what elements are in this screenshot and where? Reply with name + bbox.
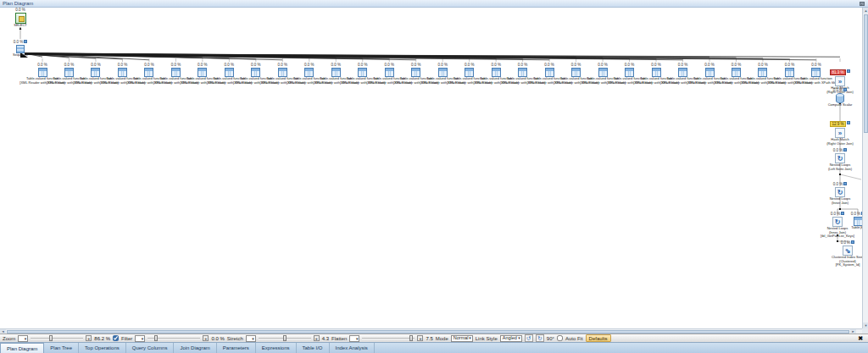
cost-label: 12.9 % — [830, 121, 845, 127]
diagram-toolbar: Zoom ▾ + 86.2 % Filter ▾ + 0.0 % Stretch… — [0, 334, 868, 342]
mode-value: Normal — [453, 335, 469, 341]
node-table-scan[interactable]: 0.0 %Table Sc — [832, 212, 862, 230]
node-select[interactable]: 0.0 %SELECT — [0, 8, 46, 28]
zoom-value: 86.2 % — [94, 336, 110, 341]
tab-parameters[interactable]: Parameters — [217, 343, 256, 353]
node-sequence[interactable]: 0.0 %Sequence — [0, 40, 46, 58]
node-hash-match-2[interactable]: 12.9 %»Hash Match(Right Outer Join) — [815, 121, 862, 146]
operator-label: Table Sc — [832, 226, 862, 230]
tab-table-i-o[interactable]: Table I/O — [297, 343, 330, 353]
pane-title: Plan Diagram — [0, 0, 33, 7]
hash-operator-icon: » — [835, 128, 845, 138]
stretch-label: Stretch — [227, 336, 243, 341]
link-style-label: Link Style — [476, 336, 498, 341]
cost-label: 0.0 % — [833, 182, 843, 186]
flatten-step-button[interactable]: + — [417, 335, 423, 341]
cost-label: 0.0 % — [841, 240, 851, 245]
zoom-step-button[interactable]: + — [86, 335, 92, 341]
flatten-value: 7.5 — [426, 336, 432, 341]
cost-label: 81.3 % — [830, 69, 845, 75]
zoom-slider[interactable] — [31, 335, 83, 342]
seek-operator-icon: ⇘ — [843, 245, 853, 256]
tab-query-columns[interactable]: Query Columns — [126, 343, 175, 353]
operator-label: (Left Semi Join) — [815, 168, 862, 172]
cost-label: 0.0 % — [833, 88, 843, 92]
stretch-step-button[interactable]: + — [314, 335, 320, 341]
tab-top-operations[interactable]: Top Operations — [79, 343, 126, 353]
cost-label: 0.0 % — [15, 8, 25, 12]
tab-join-diagram[interactable]: Join Diagram — [174, 343, 216, 353]
flatten-slider[interactable] — [362, 335, 415, 342]
flatten-label: Flatten — [331, 336, 347, 341]
filter-value: 0.0 % — [211, 336, 224, 341]
operator-label: Compute Scalar — [815, 103, 862, 108]
link-style-value: Angled — [503, 335, 517, 341]
zoom-combo[interactable]: ▾ — [18, 335, 28, 342]
info-badge-icon — [843, 148, 847, 152]
node-compute-scalar[interactable]: 0.0 %Compute Scalar — [815, 88, 862, 108]
stretch-combo[interactable]: ▾ — [246, 335, 256, 342]
rotate-label: 90° — [547, 336, 554, 341]
filter-step-button[interactable]: + — [203, 335, 209, 341]
loops-operator-icon: ↻ — [835, 187, 845, 197]
filter-combo[interactable]: ▾ — [135, 335, 145, 342]
cost-label: 0.0 % — [811, 63, 821, 67]
zoom-label: Zoom — [3, 336, 15, 341]
info-badge-icon — [851, 240, 854, 244]
tab-plan-tree[interactable]: Plan Tree — [44, 343, 79, 353]
auto-fit-label: Auto Fit — [565, 336, 583, 341]
stretch-value: 4.3 — [322, 336, 329, 341]
filter-label: Filter — [121, 336, 132, 341]
info-badge-icon — [847, 121, 850, 124]
vertical-scrollbar[interactable]: ▲ ▼ — [862, 8, 868, 328]
rotate-cw-icon[interactable]: ↻ — [536, 334, 544, 342]
filter-checkbox[interactable] — [113, 335, 119, 341]
cost-label: 0.0 % — [833, 148, 843, 152]
loops-operator-icon: ↻ — [835, 153, 845, 163]
table-operator-icon — [854, 217, 863, 226]
info-badge-icon — [843, 182, 847, 185]
node-nested-loops-2[interactable]: 0.0 %↻Nested Loops(Inner Join) — [815, 182, 862, 205]
cost-label: 0.0 % — [851, 212, 861, 216]
bottom-tabs: Plan DiagramPlan TreeTop OperationsQuery… — [0, 342, 868, 353]
node-nested-loops-1[interactable]: 0.0 %↻Nested Loops(Left Semi Join) — [815, 148, 862, 171]
operator-label: Sequence — [0, 53, 46, 58]
tab-index-analysis[interactable]: Index Analysis — [330, 343, 375, 353]
mode-combo[interactable]: Normal▾ — [451, 335, 473, 342]
info-badge-icon — [843, 88, 847, 91]
close-toolbar-button[interactable]: ✖ — [858, 335, 865, 342]
filter-slider[interactable] — [147, 335, 200, 342]
cyl-operator-icon — [836, 93, 844, 103]
vertical-scrollbar-thumb[interactable] — [864, 14, 868, 133]
info-badge-icon — [24, 40, 27, 43]
pin-icon[interactable] — [859, 2, 864, 6]
plan-diagram-titlebar: Plan Diagram — [0, 0, 868, 8]
operator-label: (Inner Join) — [815, 201, 862, 206]
mode-label: Mode — [436, 336, 448, 341]
auto-fit-checkbox[interactable] — [557, 335, 563, 341]
operator-label: [PK_System_Id] — [822, 263, 862, 268]
flatten-combo[interactable]: ▾ — [349, 335, 359, 342]
scroll-down-icon[interactable]: ▼ — [863, 323, 868, 328]
node-clustered-index-seek[interactable]: 0.0 %⇘Clustered Index Seek(Clustered)[PK… — [822, 240, 862, 268]
link-style-combo[interactable]: Angled▾ — [500, 335, 522, 342]
hash-operator-icon: » — [835, 76, 845, 86]
defaults-button[interactable]: Defaults — [586, 334, 611, 342]
operator-label: [tbl_GetPartList_Keys] — [812, 234, 862, 239]
seq-operator-icon — [16, 45, 25, 53]
operator-label: SELECT — [0, 24, 46, 28]
info-badge-icon — [847, 69, 850, 73]
scroll-up-icon[interactable]: ▲ — [863, 8, 868, 14]
stretch-slider[interactable] — [259, 335, 311, 342]
tab-expressions[interactable]: Expressions — [256, 343, 297, 353]
tab-plan-diagram[interactable]: Plan Diagram — [0, 343, 44, 353]
plan-diagram-canvas[interactable]: 0.0 %SELECT0.0 %Sequence0.0 %Table-value… — [0, 8, 862, 328]
plan-explorer-pane: Plan Diagram 0.0 %SELECT0.0 %Sequence0.0… — [0, 0, 868, 353]
cost-label: 0.0 % — [14, 40, 24, 44]
rotate-ccw-icon[interactable]: ↺ — [525, 334, 533, 342]
select-operator-icon — [15, 13, 26, 24]
operator-label: (Right Outer Join) — [815, 142, 862, 146]
